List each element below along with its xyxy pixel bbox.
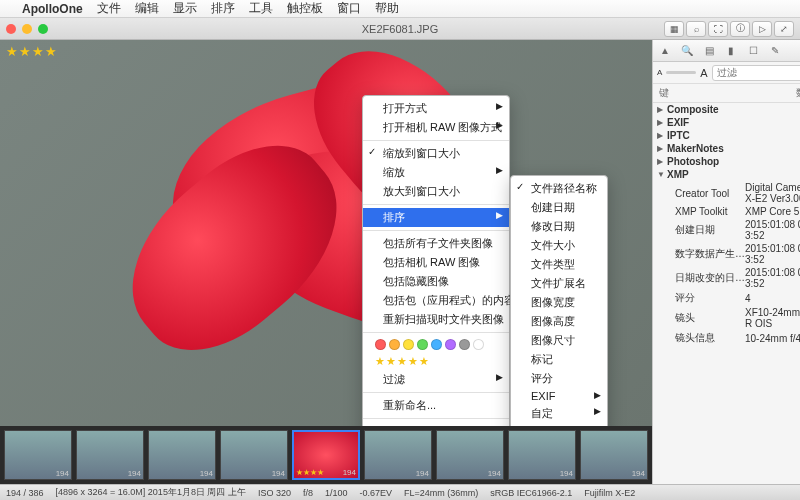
menu-item[interactable]: 标记 <box>511 350 607 369</box>
context-menu[interactable]: 打开方式▶打开相机 RAW 图像方式▶缩放到窗口大小✓缩放▶放大到窗口大小排序▶… <box>362 95 510 426</box>
menu-item[interactable]: 图像宽度 <box>511 293 607 312</box>
font-large-icon[interactable]: A <box>700 67 707 79</box>
metadata-group[interactable]: ▶EXIF <box>653 116 800 129</box>
status-colorspace: sRGB IEC61966-2.1 <box>490 488 572 498</box>
menu-item[interactable]: 图像尺寸 <box>511 331 607 350</box>
play-icon[interactable]: ▷ <box>752 21 772 37</box>
menu-item[interactable]: 包括隐藏图像 <box>363 272 509 291</box>
menu-item[interactable]: 创建日期 <box>511 198 607 217</box>
expand-icon[interactable]: ⛶ <box>708 21 728 37</box>
menu-item[interactable]: 打开方式▶ <box>363 99 509 118</box>
close-button[interactable] <box>6 24 16 34</box>
menu-item[interactable]: 排序▶ <box>363 208 509 227</box>
menu-item[interactable]: 修改日期 <box>511 217 607 236</box>
metadata-row: 评分4 <box>653 290 800 306</box>
menu-view[interactable]: 显示 <box>173 0 197 17</box>
minimize-button[interactable] <box>22 24 32 34</box>
menu-item[interactable]: 文件扩展名 <box>511 274 607 293</box>
menu-item[interactable]: 包括包（应用程式）的内容 <box>363 291 509 310</box>
menu-item[interactable]: 缩放▶ <box>363 163 509 182</box>
menu-item[interactable]: 包括所有子文件夹图像 <box>363 234 509 253</box>
status-position: 194 / 386 <box>6 488 44 498</box>
menu-item[interactable]: 重新命名... <box>363 396 509 415</box>
grid-icon[interactable]: ▦ <box>664 21 684 37</box>
tab-tag-icon[interactable]: ☐ <box>745 43 761 59</box>
font-size-slider[interactable] <box>666 71 696 74</box>
status-iso: ISO 320 <box>258 488 291 498</box>
rating-row[interactable]: ★★★★★ <box>363 353 509 370</box>
col-key: 键 <box>659 86 796 100</box>
menu-window[interactable]: 窗口 <box>337 0 361 17</box>
status-focal: FL=24mm (36mm) <box>404 488 478 498</box>
metadata-tree[interactable]: ▶Composite▶EXIF▶IPTC▶MakerNotes▶Photosho… <box>653 103 800 484</box>
metadata-row: 镜头信息10-24mm f/4 <box>653 330 800 346</box>
tab-map-icon[interactable]: ▤ <box>701 43 717 59</box>
app-menu[interactable]: ApolloOne <box>22 2 83 16</box>
status-ev: -0.67EV <box>359 488 392 498</box>
menu-item[interactable]: 开始幻灯片播放 <box>363 422 509 426</box>
menu-item[interactable]: 自定▶ <box>511 404 607 423</box>
metadata-group[interactable]: ▼XMP <box>653 168 800 181</box>
menu-item[interactable]: EXIF▶ <box>511 388 607 404</box>
info-icon[interactable]: ⓘ <box>730 21 750 37</box>
status-camera: Fujifilm X-E2 <box>584 488 635 498</box>
inspector-panel: ▲ 🔍 ▤ ▮ ☐ ✎ A A 键 数值 ▶Composite▶EXIF▶IPT… <box>652 40 800 484</box>
filmstrip[interactable]: 194194194194★★★★194194194194194 <box>0 426 652 484</box>
menu-tools[interactable]: 工具 <box>249 0 273 17</box>
fullscreen-icon[interactable]: ⤢ <box>774 21 794 37</box>
sort-submenu[interactable]: 文件路径名称✓创建日期修改日期文件大小文件类型文件扩展名图像宽度图像高度图像尺寸… <box>510 175 608 426</box>
tab-info-icon[interactable]: 🔍 <box>679 43 695 59</box>
color-row[interactable] <box>363 336 509 353</box>
menu-edit[interactable]: 编辑 <box>135 0 159 17</box>
menu-item[interactable]: 文件大小 <box>511 236 607 255</box>
metadata-row: 数字数据产生的日期和时间2015:01:08 09:43:52 <box>653 242 800 266</box>
menu-item[interactable]: 评分 <box>511 369 607 388</box>
status-bar: 194 / 386 [4896 x 3264 = 16.0M] 2015年1月8… <box>0 484 800 500</box>
menu-item[interactable]: 放大到窗口大小 <box>363 182 509 201</box>
tab-edit-icon[interactable]: ✎ <box>767 43 783 59</box>
menu-item[interactable]: 文件类型 <box>511 255 607 274</box>
thumbnail[interactable]: 194 <box>148 430 216 480</box>
menu-sort[interactable]: 排序 <box>211 0 235 17</box>
menu-trackpad[interactable]: 触控板 <box>287 0 323 17</box>
thumbnail[interactable]: 194 <box>364 430 432 480</box>
menu-item[interactable]: 缩放到窗口大小✓ <box>363 144 509 163</box>
thumbnail[interactable]: 194 <box>508 430 576 480</box>
zoom-button[interactable] <box>38 24 48 34</box>
metadata-group[interactable]: ▶Photoshop <box>653 155 800 168</box>
image-viewer[interactable]: ★★★★ 打开方式▶打开相机 RAW 图像方式▶缩放到窗口大小✓缩放▶放大到窗口… <box>0 40 652 484</box>
metadata-group[interactable]: ▶MakerNotes <box>653 142 800 155</box>
col-value: 数值 <box>796 86 800 100</box>
menu-item[interactable]: 过滤▶ <box>363 370 509 389</box>
thumbnail[interactable]: 194 <box>4 430 72 480</box>
menu-item[interactable]: 图像高度 <box>511 312 607 331</box>
status-aperture: f/8 <box>303 488 313 498</box>
status-shutter: 1/100 <box>325 488 348 498</box>
traffic-lights <box>6 24 48 34</box>
search-icon[interactable]: ⌕ <box>686 21 706 37</box>
menu-file[interactable]: 文件 <box>97 0 121 17</box>
metadata-row: XMP ToolkitXMP Core 5.6.0 <box>653 205 800 218</box>
menu-help[interactable]: 帮助 <box>375 0 399 17</box>
thumbnail[interactable]: 194 <box>220 430 288 480</box>
thumbnail[interactable]: 194 <box>436 430 504 480</box>
rating-stars: ★★★★ <box>6 44 58 59</box>
metadata-row: 镜头XF10-24mmF4 R OIS <box>653 306 800 330</box>
metadata-row: 创建日期2015:01:08 09:43:52 <box>653 218 800 242</box>
metadata-row: 日期改变的日期和时间2015:01:08 09:43:52 <box>653 266 800 290</box>
filter-input[interactable] <box>712 65 800 81</box>
menu-item[interactable]: 包括相机 RAW 图像 <box>363 253 509 272</box>
menu-item[interactable]: 文件路径名称✓ <box>511 179 607 198</box>
window-title: XE2F6081.JPG <box>362 23 438 35</box>
tab-histogram-icon[interactable]: ▲ <box>657 43 673 59</box>
thumbnail[interactable]: ★★★★194 <box>292 430 360 480</box>
tab-chart-icon[interactable]: ▮ <box>723 43 739 59</box>
menu-item[interactable]: 重新扫描现时文件夹图像 <box>363 310 509 329</box>
system-menubar: ApolloOne 文件 编辑 显示 排序 工具 触控板 窗口 帮助 <box>0 0 800 18</box>
font-small-icon[interactable]: A <box>657 68 662 77</box>
thumbnail[interactable]: 194 <box>580 430 648 480</box>
metadata-group[interactable]: ▶Composite <box>653 103 800 116</box>
menu-item[interactable]: 打开相机 RAW 图像方式▶ <box>363 118 509 137</box>
thumbnail[interactable]: 194 <box>76 430 144 480</box>
metadata-group[interactable]: ▶IPTC <box>653 129 800 142</box>
